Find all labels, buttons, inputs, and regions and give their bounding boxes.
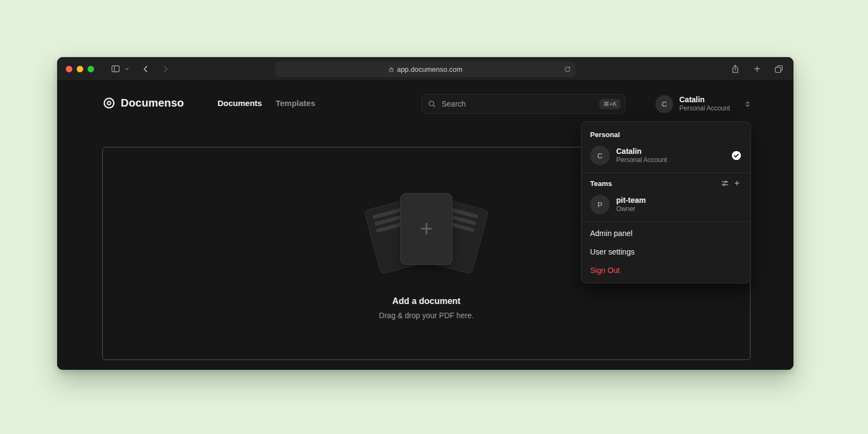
- brand-name: Documenso: [121, 97, 184, 109]
- account-dropdown-menu: Personal C Catalin Personal Account Team…: [581, 121, 751, 283]
- personal-account-type: Personal Account: [616, 156, 667, 165]
- team-text: pit-team Owner: [616, 195, 646, 214]
- share-icon[interactable]: [728, 62, 742, 76]
- tab-overview-icon[interactable]: [772, 62, 786, 76]
- personal-section-label: Personal: [581, 126, 751, 142]
- search-icon: [427, 100, 436, 108]
- new-tab-button[interactable]: +: [750, 62, 764, 76]
- plus-icon: +: [734, 178, 740, 188]
- avatar: C: [655, 95, 673, 113]
- desktop-background: app.documenso.com +: [0, 0, 868, 434]
- team-item[interactable]: P pit-team Owner: [581, 191, 751, 220]
- manage-teams-icon[interactable]: [719, 177, 731, 189]
- team-name: pit-team: [616, 195, 646, 205]
- personal-account-text: Catalin Personal Account: [616, 146, 667, 165]
- nav-templates[interactable]: Templates: [276, 98, 315, 108]
- dropzone-subtitle: Drag & drop your PDF here.: [379, 311, 474, 320]
- chrome-right-controls: +: [728, 57, 786, 81]
- selected-check-icon: [731, 150, 742, 161]
- search-box: ⌘+K: [421, 94, 625, 114]
- menu-item-admin-panel[interactable]: Admin panel: [581, 224, 751, 243]
- sidebar-toggle-icon[interactable]: [108, 62, 122, 76]
- dropzone-title: Add a document: [392, 296, 460, 306]
- brand: Documenso: [102, 96, 184, 110]
- sidebar-chevron-down-icon[interactable]: [122, 62, 131, 76]
- documenso-logo-icon: [102, 96, 116, 110]
- add-team-button[interactable]: +: [731, 177, 743, 189]
- account-menu-button[interactable]: C Catalin Personal Account: [655, 93, 752, 115]
- search-input[interactable]: [441, 99, 595, 109]
- lock-icon: [388, 66, 394, 73]
- browser-chrome: app.documenso.com +: [57, 57, 793, 81]
- menu-item-sign-out[interactable]: Sign Out: [581, 261, 751, 280]
- zoom-window-button[interactable]: [88, 66, 94, 72]
- avatar: C: [590, 146, 610, 165]
- account-name: Catalin: [679, 95, 730, 105]
- personal-account-name: Catalin: [616, 146, 667, 156]
- browser-window: app.documenso.com +: [57, 57, 793, 370]
- url-text: app.documenso.com: [397, 65, 463, 73]
- account-text: Catalin Personal Account: [679, 95, 730, 113]
- teams-section-label: Teams: [581, 175, 719, 191]
- minimize-window-button[interactable]: [77, 66, 83, 72]
- team-role: Owner: [616, 205, 646, 214]
- documents-illustration: +: [364, 188, 489, 283]
- back-button[interactable]: [139, 62, 153, 76]
- reload-icon[interactable]: [564, 66, 571, 73]
- documenso-page: Documenso Documents Templates ⌘+K C Cata…: [57, 81, 793, 370]
- menu-divider: [581, 221, 751, 222]
- plus-icon: +: [420, 218, 433, 240]
- main-nav: Documents Templates: [218, 98, 315, 108]
- nav-documents[interactable]: Documents: [218, 98, 262, 108]
- avatar: P: [590, 195, 610, 214]
- chevrons-up-down-icon: [743, 100, 752, 108]
- plus-icon: +: [754, 64, 760, 75]
- address-bar[interactable]: app.documenso.com: [275, 61, 575, 77]
- personal-account-item[interactable]: C Catalin Personal Account: [581, 142, 751, 171]
- close-window-button[interactable]: [66, 66, 72, 72]
- teams-section-header: Teams +: [581, 175, 751, 191]
- traffic-lights: [66, 66, 94, 72]
- menu-divider: [581, 172, 751, 173]
- search-shortcut-badge: ⌘+K: [599, 99, 621, 109]
- account-type: Personal Account: [679, 104, 730, 113]
- menu-item-user-settings[interactable]: User settings: [581, 243, 751, 261]
- document-card-center: +: [400, 193, 452, 265]
- forward-button[interactable]: [158, 62, 172, 76]
